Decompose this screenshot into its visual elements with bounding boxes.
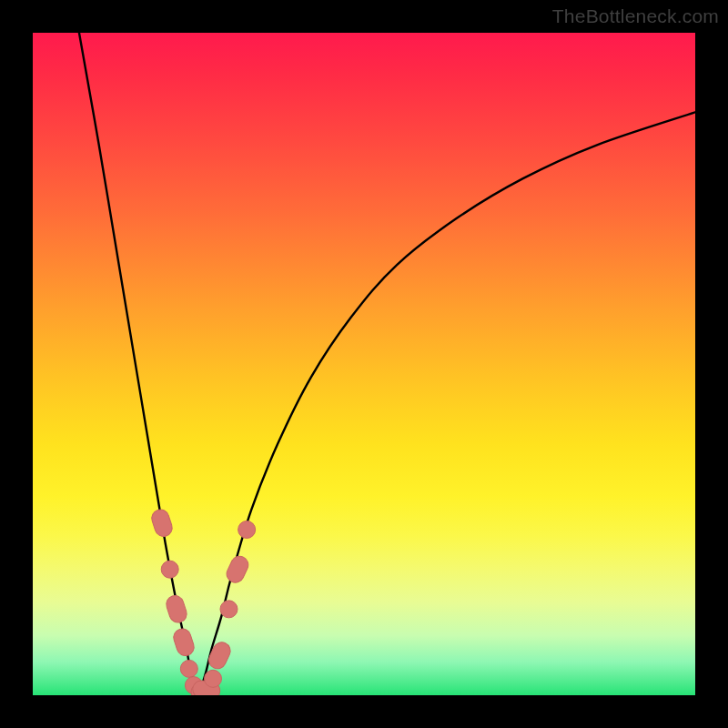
data-marker bbox=[205, 670, 222, 687]
chart-frame: TheBottleneck.com bbox=[0, 0, 728, 728]
data-marker bbox=[164, 593, 188, 624]
curve-layer bbox=[79, 33, 695, 695]
curve-left-branch bbox=[79, 33, 198, 695]
data-marker bbox=[220, 601, 238, 618]
data-marker bbox=[161, 561, 178, 578]
marker-layer bbox=[149, 508, 255, 695]
data-marker bbox=[206, 640, 233, 672]
data-marker bbox=[238, 521, 256, 539]
data-marker bbox=[171, 627, 196, 658]
data-marker bbox=[180, 660, 197, 677]
plot-area bbox=[33, 33, 695, 695]
chart-svg bbox=[33, 33, 695, 695]
curve-right-branch bbox=[198, 112, 695, 695]
data-marker bbox=[149, 508, 174, 539]
data-marker bbox=[224, 553, 251, 585]
watermark-text: TheBottleneck.com bbox=[552, 5, 719, 27]
